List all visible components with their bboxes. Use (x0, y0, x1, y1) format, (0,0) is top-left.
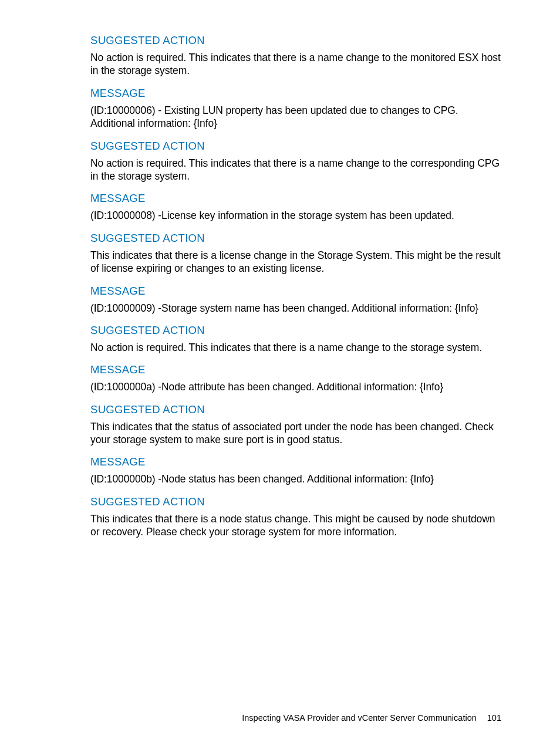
section-heading: SUGGESTED ACTION (90, 495, 501, 508)
section-body: No action is required. This indicates th… (90, 157, 501, 183)
section-body: No action is required. This indicates th… (90, 51, 501, 77)
section-heading: SUGGESTED ACTION (90, 324, 501, 337)
section-body: This indicates that there is a license c… (90, 249, 501, 275)
section-heading: SUGGESTED ACTION (90, 140, 501, 153)
section-heading: MESSAGE (90, 87, 501, 100)
section-heading: MESSAGE (90, 192, 501, 205)
section-heading: MESSAGE (90, 455, 501, 468)
section-body: (ID:10000006) - Existing LUN property ha… (90, 104, 501, 130)
section-body: (ID:10000008) -License key information i… (90, 209, 501, 222)
section-heading: SUGGESTED ACTION (90, 34, 501, 47)
section-body: (ID:10000009) -Storage system name has b… (90, 302, 501, 315)
section-heading: MESSAGE (90, 363, 501, 376)
section-body: (ID:1000000b) -Node status has been chan… (90, 472, 501, 485)
section-body: This indicates that the status of associ… (90, 420, 501, 447)
section-heading: MESSAGE (90, 285, 501, 298)
section-heading: SUGGESTED ACTION (90, 403, 501, 416)
section-heading: SUGGESTED ACTION (90, 232, 501, 245)
section-body: (ID:1000000a) -Node attribute has been c… (90, 380, 501, 393)
document-content: SUGGESTED ACTION No action is required. … (0, 0, 560, 539)
section-body: This indicates that there is a node stat… (90, 512, 501, 539)
page-number: 101 (487, 713, 501, 723)
section-body: No action is required. This indicates th… (90, 341, 501, 354)
page-footer: Inspecting VASA Provider and vCenter Ser… (242, 713, 501, 723)
footer-title: Inspecting VASA Provider and vCenter Ser… (242, 713, 476, 723)
